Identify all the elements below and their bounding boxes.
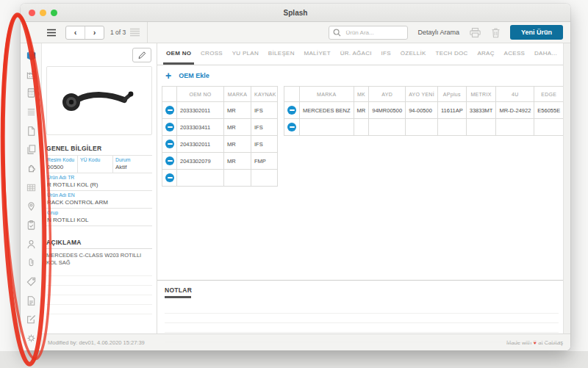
remove-row-icon[interactable] xyxy=(287,106,296,115)
remove-row-icon[interactable] xyxy=(165,123,174,131)
table-cell: IFS xyxy=(251,102,278,119)
remove-row-icon[interactable] xyxy=(165,140,174,148)
row-action-column-header xyxy=(284,87,300,102)
table-cell: 2043302011 xyxy=(177,136,224,153)
empty-line xyxy=(46,276,152,286)
table-cell: 2033302011 xyxy=(177,102,224,119)
desktop-background xyxy=(0,351,588,368)
toolbar-panel-section: ‹ › 1 of 3 xyxy=(41,22,148,43)
remove-row-icon[interactable] xyxy=(165,173,174,182)
table-cell xyxy=(406,119,438,136)
table-cell xyxy=(437,119,466,136)
screenshot-stage: Splash ‹ › 1 of 3 xyxy=(0,0,588,368)
empty-line xyxy=(46,305,152,314)
puzzle-icon[interactable] xyxy=(26,163,37,174)
calculator-icon[interactable] xyxy=(26,87,37,98)
edit-product-button[interactable] xyxy=(132,48,151,62)
close-window-icon[interactable] xyxy=(29,10,35,16)
add-oem-button[interactable]: OEM Ekle xyxy=(179,72,209,79)
clipboard-icon[interactable] xyxy=(26,220,37,231)
table-row: 2043302079MRFMP xyxy=(162,153,278,170)
tab-r-a-aci[interactable]: ÜR. AĞACI xyxy=(337,43,375,65)
prev-record-button[interactable]: ‹ xyxy=(66,26,85,39)
plus-icon: + xyxy=(165,71,171,81)
table-cell xyxy=(534,119,564,136)
table-row: 2033302011MRIFS xyxy=(162,102,278,119)
column-header: MARKA xyxy=(224,87,251,102)
tab-yu-plan[interactable]: YU PLAN xyxy=(229,43,262,65)
table-cell: IFS xyxy=(251,119,278,136)
table-cell: MR xyxy=(354,102,369,119)
gear-icon[interactable] xyxy=(26,333,37,344)
tab-daha[interactable]: DAHA... xyxy=(531,43,560,65)
advanced-search-link[interactable]: Detaylı Arama xyxy=(417,29,459,36)
tab-bar: OEM NOCROSSYU PLANBİLEŞENMALİYETÜR. AĞAC… xyxy=(157,43,570,65)
table-cell: 2043302079 xyxy=(177,153,224,170)
table-cell: E56055E xyxy=(534,102,564,119)
user-icon[interactable] xyxy=(26,239,37,250)
table-row xyxy=(162,170,278,187)
description-text[interactable]: MERCEDES C-CLASS W203 ROTILLI KOL SAĞ xyxy=(46,252,152,267)
tab-tech-doc[interactable]: TECH DOC xyxy=(432,43,470,65)
table-cell: 94-00500 xyxy=(406,102,438,119)
location-icon[interactable] xyxy=(26,201,37,212)
tab-acess[interactable]: ACESS xyxy=(501,43,528,65)
document-icon[interactable] xyxy=(26,126,37,137)
tab-ara[interactable]: ARAÇ xyxy=(474,43,497,65)
add-oem-row: + OEM Ekle xyxy=(157,65,570,86)
table-cell xyxy=(251,170,278,187)
next-record-button[interactable]: › xyxy=(85,26,104,39)
table-cell: MR xyxy=(224,119,251,136)
list-icon[interactable] xyxy=(26,107,37,118)
invoice-icon[interactable] xyxy=(26,295,37,306)
table-cell: MR xyxy=(224,153,251,170)
list-view-icon[interactable] xyxy=(129,28,140,37)
description-title: AÇIKLAMA xyxy=(46,239,152,246)
tab-bi-le-en[interactable]: BİLEŞEN xyxy=(265,43,298,65)
paperclip-icon[interactable] xyxy=(26,257,37,268)
cube-icon[interactable] xyxy=(26,50,37,61)
compose-icon[interactable] xyxy=(26,314,37,325)
copy-icon[interactable] xyxy=(26,144,37,155)
tab-oem-no[interactable]: OEM NO xyxy=(163,43,194,65)
tab-mali-yet[interactable]: MALİYET xyxy=(301,43,334,65)
minimize-window-icon[interactable] xyxy=(40,10,46,16)
search-input[interactable] xyxy=(344,29,398,37)
table-cell: 11611AP xyxy=(437,102,466,119)
sidebar xyxy=(21,43,42,350)
tab-ifs[interactable]: IFS xyxy=(379,43,394,65)
notes-section: NOTLAR xyxy=(157,281,570,342)
toolbar: ‹ › 1 of 3 Detaylı Arama xyxy=(21,22,570,43)
grid-icon[interactable] xyxy=(26,182,37,193)
remove-row-icon[interactable] xyxy=(165,106,174,115)
vertical-scrollbar[interactable] xyxy=(563,43,570,333)
search-icon xyxy=(333,29,341,37)
zoom-window-icon[interactable] xyxy=(51,10,57,16)
oem-tables: OEM NOMARKAKAYNAK2033302011MRIFS20333034… xyxy=(157,86,570,187)
traffic-lights xyxy=(29,10,57,16)
description-empty-lines xyxy=(46,267,152,314)
pager-label: 1 of 3 xyxy=(110,29,126,36)
search-box[interactable] xyxy=(329,26,408,40)
column-header: EDGE xyxy=(534,87,564,102)
table-cell xyxy=(369,119,406,136)
oem-left-table: OEM NOMARKAKAYNAK2033302011MRIFS20333034… xyxy=(162,86,278,187)
content-row: GENEL BİLGİLER Resim Kodu 00500 YÜ Kodu xyxy=(42,43,570,333)
tag-icon[interactable] xyxy=(26,276,37,287)
remove-row-icon[interactable] xyxy=(165,156,174,165)
tab-zelli-k[interactable]: ÖZELLİK xyxy=(398,43,429,65)
description-divider xyxy=(46,248,152,249)
empty-line xyxy=(46,286,152,295)
tab-cross[interactable]: CROSS xyxy=(198,43,226,65)
print-icon[interactable] xyxy=(469,27,481,38)
menu-icon[interactable] xyxy=(46,29,57,37)
new-product-button[interactable]: Yeni Ürün xyxy=(510,25,563,40)
table-cell: MR xyxy=(224,136,251,153)
empty-line xyxy=(165,323,559,333)
remove-row-icon[interactable] xyxy=(287,123,296,131)
field-urun-adi-tr: Ürün Adı TR R ROTILLI KOL (R) xyxy=(46,173,152,191)
notes-empty-lines xyxy=(165,304,559,342)
delete-icon[interactable] xyxy=(491,27,501,38)
factory-icon[interactable] xyxy=(26,69,37,80)
table-cell: IFS xyxy=(251,136,278,153)
